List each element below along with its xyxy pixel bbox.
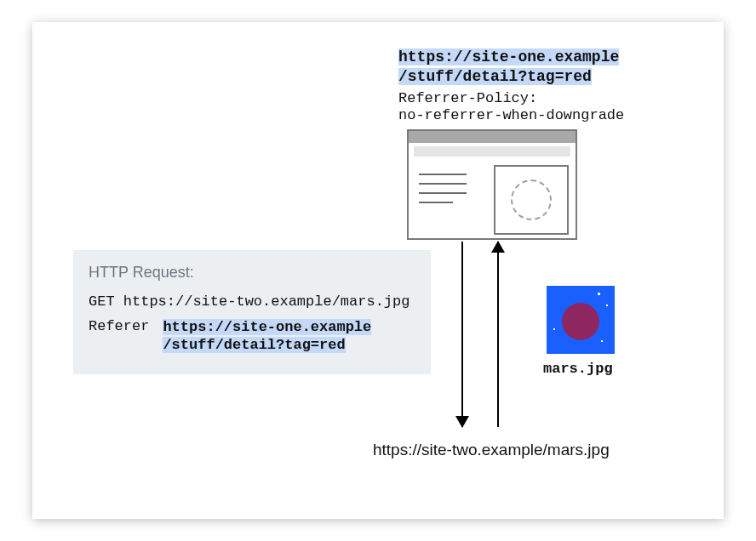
mars-image-label: mars.jpg [543,361,613,377]
origin-url-line1: https://site-one.example [398,48,619,65]
referer-url-line1: https://site-one.example [163,319,371,335]
origin-url-line2: /stuff/detail?tag=red [398,68,592,85]
browser-text-lines [419,174,467,211]
referer-url-line2: /stuff/detail?tag=red [163,337,345,353]
request-title: HTTP Request: [89,264,415,282]
image-placeholder-icon [511,179,552,220]
star-icon [601,340,603,342]
request-get-line: GET https://site-two.example/mars.jpg [89,293,415,310]
origin-url: https://site-one.example /stuff/detail?t… [398,48,619,86]
star-icon [606,305,608,306]
arrow-response-up [497,242,499,427]
request-referer-row: Referer https://site-one.example /stuff/… [89,318,415,355]
star-icon [598,293,600,295]
target-url: https://site-two.example/mars.jpg [373,441,610,459]
planet-icon [562,303,599,340]
referer-url: https://site-one.example /stuff/detail?t… [163,318,371,355]
arrow-request-down [461,242,463,427]
browser-window-illustration [407,129,577,240]
star-icon [553,328,555,330]
browser-body [409,162,576,242]
referrer-policy-text: Referrer-Policy: no-referrer-when-downgr… [398,90,624,125]
referer-label: Referer [89,318,149,334]
http-request-box: HTTP Request: GET https://site-two.examp… [73,250,431,374]
browser-image-frame [494,165,569,235]
browser-titlebar [409,131,576,143]
mars-image-illustration [547,286,615,354]
browser-urlbar [414,146,570,157]
diagram-canvas: https://site-one.example /stuff/detail?t… [32,22,724,519]
